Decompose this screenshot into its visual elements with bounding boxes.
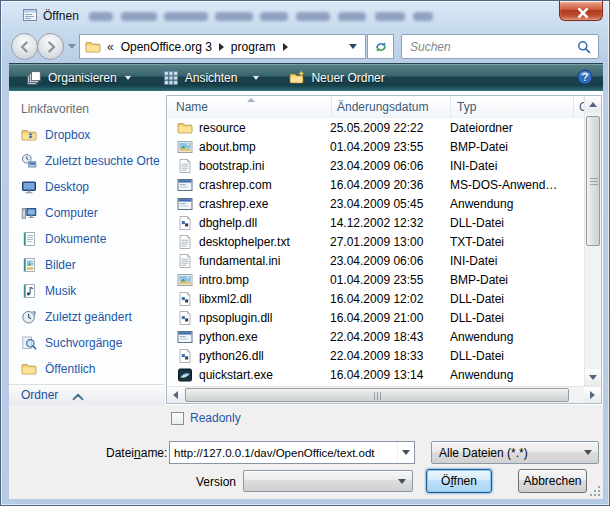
file-modified-date: 16.04.2009 20:36 (330, 178, 450, 192)
history-dropdown-icon[interactable] (68, 44, 76, 49)
version-dropdown[interactable] (243, 470, 413, 492)
column-header-size[interactable]: G (573, 96, 584, 118)
search-icon[interactable] (576, 39, 592, 55)
sidebar-item-suchvorgänge[interactable]: Suchvorgänge (9, 330, 165, 356)
back-arrow-icon (17, 39, 33, 55)
filetype-dropdown[interactable]: Alle Dateien (*.*) (431, 441, 599, 464)
scroll-down-button[interactable] (585, 369, 601, 386)
column-header-name[interactable]: Name (167, 96, 331, 118)
file-name: libxml2.dll (199, 292, 330, 306)
file-row-fundamental-ini[interactable]: fundamental.ini23.04.2009 06:06INI-Datei (167, 251, 584, 270)
file-type: Dateiordner (450, 121, 584, 135)
new-folder-button[interactable]: Neuer Ordner (280, 67, 393, 89)
scroll-right-button[interactable] (584, 387, 601, 403)
refresh-button[interactable] (367, 34, 394, 59)
column-header-date[interactable]: Änderungsdatum (331, 96, 450, 118)
views-button[interactable]: Ansichten (154, 67, 269, 89)
file-type: Anwendung (450, 330, 584, 344)
readonly-checkbox[interactable] (171, 412, 184, 425)
file-modified-date: 14.12.2002 12:32 (330, 216, 450, 230)
breadcrumb-dropdown-icon[interactable] (349, 44, 357, 49)
sidebar-item-dropbox[interactable]: Dropbox (9, 122, 165, 148)
filename-input[interactable] (174, 444, 394, 461)
dialog-footer: Readonly Dateiname: Alle Dateien (*.*) V… (9, 405, 603, 499)
search-box (401, 34, 599, 59)
file-name: npsoplugin.dll (199, 311, 330, 325)
image-file-icon (177, 272, 193, 288)
file-modified-date: 16.04.2009 21:00 (330, 311, 450, 325)
folders-expander[interactable]: Ordner (9, 384, 165, 405)
file-row-crashrep-com[interactable]: crashrep.com16.04.2009 20:36MS-DOS-Anwen… (167, 175, 584, 194)
file-modified-date: 16.04.2009 13:14 (330, 368, 450, 382)
file-row-resource[interactable]: resource25.05.2009 22:22Dateiordner (167, 118, 584, 137)
help-icon[interactable]: ? (577, 69, 594, 86)
dropbox-folder-icon (21, 127, 37, 143)
file-row-python26-dll[interactable]: python26.dll22.04.2009 18:33DLL-Datei (167, 346, 584, 365)
back-button[interactable] (11, 33, 38, 60)
file-modified-date: 01.04.2009 23:55 (330, 273, 450, 287)
organize-label: Organisieren (48, 71, 117, 85)
horizontal-scrollbar[interactable] (167, 386, 601, 403)
file-row-desktophelper-txt[interactable]: desktophelper.txt27.01.2009 13:00TXT-Dat… (167, 232, 584, 251)
scroll-left-button[interactable] (167, 387, 184, 403)
list-header: Name Änderungsdatum Typ G (167, 96, 584, 118)
close-button[interactable] (559, 1, 603, 21)
organize-button[interactable]: Organisieren (17, 67, 140, 89)
sidebar-item-zuletzt-besuchte-orte[interactable]: Zuletzt besuchte Orte (9, 148, 165, 174)
sidebar-item-zuletzt-geändert[interactable]: Zuletzt geändert (9, 304, 165, 330)
sidebar-item-label: Dropbox (45, 128, 90, 142)
vertical-scrollbar[interactable] (584, 96, 601, 386)
sidebar-item-bilder[interactable]: Bilder (9, 252, 165, 278)
application-icon (177, 329, 193, 345)
scroll-up-button[interactable] (585, 96, 601, 113)
breadcrumb-segment-program[interactable]: program (224, 40, 283, 54)
sidebar-item-dokumente[interactable]: Dokumente (9, 226, 165, 252)
sidebar-item-label: Musik (45, 284, 76, 298)
filename-dropdown-button[interactable] (397, 442, 414, 463)
quickstart-icon (177, 367, 193, 383)
sidebar-item-musik[interactable]: Musik (9, 278, 165, 304)
file-row-python-exe[interactable]: python.exe22.04.2009 18:43Anwendung (167, 327, 584, 346)
documents-icon (21, 231, 37, 247)
resize-grip[interactable] (589, 485, 600, 496)
file-type: INI-Datei (450, 159, 584, 173)
sidebar-item-öffentlich[interactable]: Öffentlich (9, 356, 165, 382)
horizontal-scroll-thumb[interactable] (185, 388, 569, 402)
file-modified-date: 23.04.2009 06:06 (330, 159, 450, 173)
sidebar-item-label: Desktop (45, 180, 89, 194)
chevron-down-icon (398, 479, 406, 484)
sidebar-item-desktop[interactable]: Desktop (9, 174, 165, 200)
readonly-option[interactable]: Readonly (171, 411, 241, 425)
breadcrumb-overflow[interactable]: « (107, 40, 114, 54)
file-name: fundamental.ini (199, 254, 330, 268)
file-row-intro-bmp[interactable]: intro.bmp01.04.2009 23:55BMP-Datei (167, 270, 584, 289)
file-row-libxml2-dll[interactable]: libxml2.dll16.04.2009 12:02DLL-Datei (167, 289, 584, 308)
views-label: Ansichten (185, 71, 238, 85)
open-button[interactable]: Öffnen (426, 469, 492, 493)
dialog-content: Linkfavoriten DropboxZuletzt besuchte Or… (9, 91, 603, 405)
new-folder-label: Neuer Ordner (311, 71, 384, 85)
file-row-about-bmp[interactable]: about.bmp01.04.2009 23:55BMP-Datei (167, 137, 584, 156)
breadcrumb-separator-icon[interactable] (283, 43, 288, 51)
file-row-quickstart-exe[interactable]: quickstart.exe16.04.2009 13:14Anwendung (167, 365, 584, 384)
file-row-bootstrap-ini[interactable]: bootstrap.ini23.04.2009 06:06INI-Datei (167, 156, 584, 175)
column-header-date-label: Änderungsdatum (337, 100, 428, 114)
file-modified-date: 23.04.2009 05:45 (330, 197, 450, 211)
column-header-type-label: Typ (457, 100, 476, 114)
breadcrumb[interactable]: « OpenOffice.org 3 program (79, 34, 366, 59)
sidebar-item-computer[interactable]: Computer (9, 200, 165, 226)
file-modified-date: 16.04.2009 12:02 (330, 292, 450, 306)
views-icon (163, 70, 179, 86)
search-input[interactable] (408, 38, 568, 55)
breadcrumb-segment-openoffice[interactable]: OpenOffice.org 3 (114, 40, 219, 54)
file-row-crashrep-exe[interactable]: crashrep.exe23.04.2009 05:45Anwendung (167, 194, 584, 213)
version-label: Version (196, 475, 236, 489)
forward-button[interactable] (37, 33, 64, 60)
file-row-npsoplugin-dll[interactable]: npsoplugin.dll16.04.2009 21:00DLL-Datei (167, 308, 584, 327)
cancel-button[interactable]: Abbrechen (518, 469, 587, 493)
file-row-dbghelp-dll[interactable]: dbghelp.dll14.12.2002 12:32DLL-Datei (167, 213, 584, 232)
column-header-type[interactable]: Typ (450, 96, 573, 118)
application-icon (177, 177, 193, 193)
vertical-scroll-thumb[interactable] (586, 116, 600, 246)
titlebar: Öffnen (1, 1, 609, 31)
